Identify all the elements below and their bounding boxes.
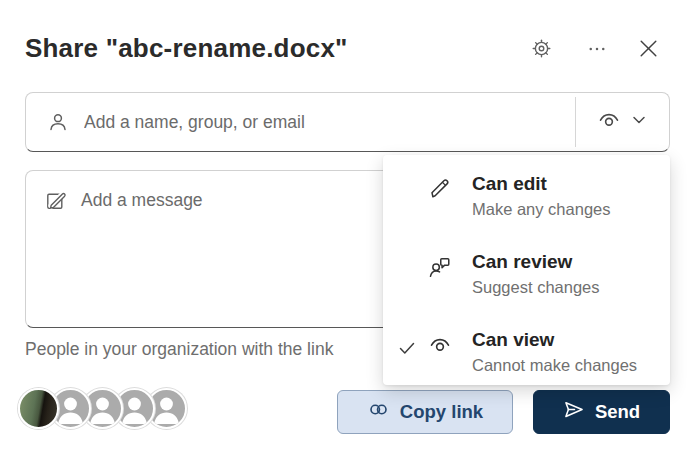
audience-text: People in your organization with the lin… — [25, 339, 333, 360]
permission-menu: Can edit Make any changes Can review Sug… — [383, 155, 670, 385]
copy-link-button[interactable]: Copy link — [337, 390, 513, 434]
menu-item-can-edit[interactable]: Can edit Make any changes — [383, 171, 670, 222]
recipients-input[interactable] — [82, 111, 569, 134]
menu-item-description: Make any changes — [472, 197, 611, 222]
more-options-icon — [587, 39, 607, 62]
eye-icon — [596, 107, 622, 137]
menu-item-can-review[interactable]: Can review Suggest changes — [383, 249, 670, 300]
menu-item-label: Can view — [472, 327, 637, 353]
shared-with-avatars[interactable] — [18, 388, 187, 429]
menu-item-label: Can review — [472, 249, 600, 275]
more-options-button[interactable] — [583, 36, 611, 64]
chevron-down-icon — [629, 110, 649, 134]
recipients-field — [25, 92, 670, 152]
settings-button[interactable] — [527, 36, 555, 64]
send-icon — [563, 399, 585, 426]
permission-selector[interactable] — [575, 97, 669, 147]
checkmark-icon — [397, 327, 427, 362]
share-dialog: Share "abc-rename.docx" — [0, 0, 694, 456]
avatar — [18, 388, 59, 429]
close-button[interactable] — [634, 36, 662, 64]
send-label: Send — [595, 401, 640, 423]
eye-icon — [427, 327, 454, 358]
edit-icon — [44, 188, 68, 216]
person-icon — [46, 110, 70, 134]
copy-link-label: Copy link — [400, 401, 483, 423]
menu-item-label: Can edit — [472, 171, 611, 197]
close-icon — [636, 36, 661, 64]
menu-item-can-view[interactable]: Can view Cannot make changes — [383, 327, 670, 378]
message-placeholder: Add a message — [81, 188, 203, 212]
dialog-title: Share "abc-rename.docx" — [25, 33, 348, 64]
gear-icon — [531, 38, 552, 62]
person-feedback-icon — [427, 249, 454, 280]
send-button[interactable]: Send — [533, 390, 670, 434]
menu-item-description: Suggest changes — [472, 275, 600, 300]
pencil-icon — [427, 171, 454, 202]
link-icon — [367, 398, 390, 426]
menu-item-description: Cannot make changes — [472, 353, 637, 378]
